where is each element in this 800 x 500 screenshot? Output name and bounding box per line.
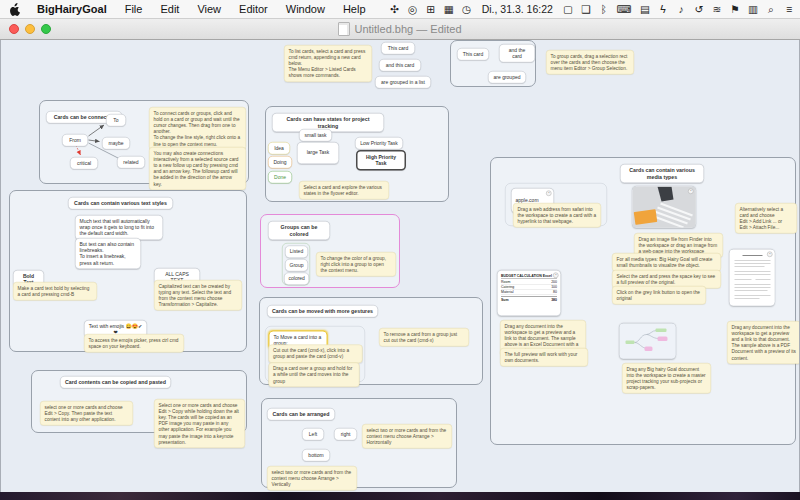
node-card-maybe[interactable]: maybe — [102, 137, 130, 149]
note-add-link-menu[interactable]: Alternatively select a card and choose E… — [735, 203, 797, 234]
note-full-preview[interactable]: The full preview will work with your own… — [500, 348, 588, 366]
menu-file[interactable]: File — [116, 3, 152, 15]
card-excel-preview[interactable]: BUDGET CALCULATION Excel Room200 Caterin… — [497, 270, 561, 316]
devices-icon[interactable]: ▦ — [444, 3, 454, 15]
card-image-preview[interactable]: • — [632, 186, 696, 228]
colored-card-group[interactable]: Group — [285, 259, 308, 271]
apple-menu-icon[interactable] — [10, 3, 24, 16]
card-linebreak-text[interactable]: But text can also contain linebreaks. To… — [75, 238, 141, 269]
window-title-bar[interactable]: Untitled.bhg — Edited — [0, 19, 800, 40]
close-button[interactable] — [9, 24, 19, 34]
group-title-card[interactable]: Groups can be colored — [268, 221, 330, 240]
note-group-selection[interactable]: To group cards, drag a selection rect ov… — [546, 50, 634, 75]
menu-window[interactable]: Window — [277, 3, 334, 15]
node-card-to[interactable]: To — [106, 114, 126, 126]
group-media-types[interactable]: Cards can contain various media types ap… — [490, 157, 796, 445]
open-image-icon[interactable]: • — [688, 189, 694, 195]
state-card-idea[interactable]: Idea — [268, 142, 290, 154]
card-left[interactable]: Left — [302, 428, 324, 440]
card-small-task[interactable]: small task — [299, 129, 332, 141]
group-title-card[interactable]: Card contents can be copied and pasted — [60, 376, 171, 389]
app-menu-title[interactable]: BigHairyGoal — [28, 3, 116, 15]
open-link-icon[interactable]: • — [546, 191, 552, 197]
keyboard-icon[interactable]: ⌨ — [617, 3, 632, 15]
chat-icon[interactable]: ❑ — [581, 3, 591, 15]
state-card-done[interactable]: Done — [268, 171, 292, 183]
menu-editor[interactable]: Editor — [230, 3, 277, 15]
group-move-gestures[interactable]: Cards can be moved with more gestures To… — [259, 297, 483, 385]
card-wrapping-text[interactable]: Much text that will automatically wrap o… — [75, 215, 163, 240]
group-cards-can-be-connected[interactable]: Cards can be connected To From maybe cri… — [39, 100, 249, 184]
note-list-cards[interactable]: To list cards, select a card and press c… — [284, 45, 372, 82]
subgroup-colored-green[interactable]: Listed Group colored — [282, 243, 310, 285]
bluetooth-icon[interactable]: ᛒ — [599, 3, 609, 15]
note-capitalized-text[interactable]: Capitalized text can be created by typin… — [154, 280, 242, 311]
note-flyover-editor[interactable]: Select a card and explore the various st… — [299, 181, 389, 199]
open-pdf-icon[interactable]: • — [767, 252, 773, 258]
menu-view[interactable]: View — [188, 3, 230, 15]
group-text-styles[interactable]: Cards can contain various text styles Mu… — [9, 190, 247, 352]
note-drag-web-address[interactable]: Drag a web address from safari into the … — [513, 203, 601, 228]
card-large-task[interactable]: large Task — [297, 142, 339, 164]
node-card-from[interactable]: From — [62, 134, 88, 146]
notification-center-icon[interactable]: ≡ — [784, 3, 794, 15]
menu-help[interactable]: Help — [334, 3, 375, 15]
group-copy-paste[interactable]: Card contents can be copied and pasted s… — [31, 370, 247, 433]
colored-card-colored[interactable]: colored — [284, 273, 309, 285]
clock-icon[interactable]: ◷ — [462, 3, 472, 15]
menu-bar-clock[interactable]: Di., 31.3. 16:22 — [480, 3, 555, 15]
note-arrange-vertically[interactable]: select two or more cards and from the co… — [267, 466, 357, 491]
workspace-canvas[interactable]: Cards can be connected To From maybe cri… — [0, 39, 800, 492]
grouped-card-1[interactable]: This card — [457, 48, 489, 60]
note-master-project[interactable]: Drag any Big hairy Goal document into th… — [622, 363, 711, 394]
note-cut-paste[interactable]: Cut out the card (cmd-x), click into a g… — [269, 345, 363, 363]
note-remove-from-group[interactable]: To remove a card from a group just cut o… — [379, 328, 469, 346]
note-connect-cards[interactable]: To connect cards or groups, click and ho… — [149, 107, 246, 150]
display-icon[interactable]: ▢ — [563, 3, 573, 15]
card-pdf-preview[interactable]: • — [729, 249, 775, 306]
minimize-button[interactable] — [25, 24, 35, 34]
note-group-color[interactable]: To change the color of a group, right cl… — [316, 252, 396, 277]
note-emoji-picker[interactable]: To access the emojis picker, press ctrl … — [84, 334, 184, 352]
note-bold-text[interactable]: Make a card text bold by selecting a car… — [13, 282, 97, 300]
note-thumbnails[interactable]: For all media types: Big Hairy Goal will… — [612, 253, 721, 271]
group-arranged[interactable]: Cards can be arranged Left right bottom … — [261, 398, 457, 488]
colored-card-listed[interactable]: Listed — [285, 246, 308, 258]
input-source-icon[interactable]: ⚑ — [730, 3, 740, 15]
group-groups-can-be-colored[interactable]: Groups can be colored Listed Group color… — [260, 214, 400, 288]
card-low-priority[interactable]: Low Priority Task — [355, 137, 403, 149]
time-machine-icon[interactable]: ↺ — [694, 3, 704, 15]
group-card-states[interactable]: Cards can have states for project tracki… — [265, 106, 449, 202]
power-icon[interactable]: ϟ — [658, 3, 668, 15]
card-right[interactable]: right — [334, 428, 357, 440]
node-card-critical[interactable]: critical — [70, 157, 98, 169]
subgroup-move-steps[interactable]: To Move a card into a group: Cut out the… — [265, 326, 365, 382]
note-copy-text[interactable]: select one or more cards and choose Edit… — [40, 401, 133, 426]
sync-icon[interactable]: ✣ — [390, 3, 400, 15]
spotlight-icon[interactable]: ⌕ — [766, 3, 776, 16]
todo-icon[interactable]: ◎ — [408, 3, 418, 15]
card-high-priority[interactable]: High Priority Task — [356, 150, 406, 171]
group-title-card[interactable]: Cards can be moved with more gestures — [267, 305, 378, 318]
card-bhg-preview[interactable] — [619, 323, 676, 359]
battery-icon[interactable]: ▤ — [640, 3, 650, 15]
card-bottom[interactable]: bottom — [302, 449, 330, 461]
note-drag-hold[interactable]: Drag a card over a group and hold for a … — [269, 363, 360, 388]
grid-icon[interactable]: ⊞ — [426, 3, 436, 15]
open-excel-icon[interactable]: • — [553, 273, 559, 279]
volume-icon[interactable]: ♪ — [676, 3, 686, 15]
grouped-card-3[interactable]: are grouped — [488, 71, 526, 83]
node-card-related[interactable]: related — [117, 156, 145, 168]
note-pdf-preview[interactable]: Drag any document into the workspace to … — [727, 321, 800, 364]
note-arrange-horizontally[interactable]: select two or more cards and from the co… — [362, 424, 452, 449]
list-card-1[interactable]: This card — [381, 42, 415, 54]
zoom-button[interactable] — [41, 24, 51, 34]
group-grouped-cards[interactable]: This card and the card are grouped — [450, 40, 536, 87]
wifi-icon[interactable]: ≋ — [712, 3, 722, 15]
note-copy-pdf-image[interactable]: Select one or more cards and choose Edit… — [154, 399, 245, 448]
battery-percentage-icon[interactable]: ▥ — [748, 3, 758, 15]
state-card-doing[interactable]: Doing — [268, 156, 292, 168]
group-title-card[interactable]: Cards can be arranged — [267, 408, 335, 421]
list-card-3[interactable]: are grouped in a list — [375, 76, 431, 88]
grouped-card-2[interactable]: and the card — [499, 44, 535, 63]
